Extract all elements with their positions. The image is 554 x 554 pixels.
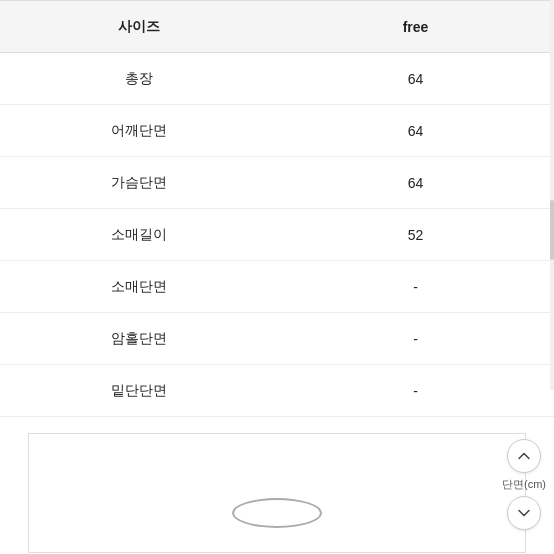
scroll-up-button[interactable] xyxy=(507,439,541,473)
row-value: 64 xyxy=(277,57,554,101)
bottom-right-controls: 단면(cm) xyxy=(494,433,554,536)
row-label: 소매길이 xyxy=(0,212,277,258)
table-header-row: 사이즈 free xyxy=(0,1,554,53)
row-label: 어깨단면 xyxy=(0,108,277,154)
row-value: 52 xyxy=(277,213,554,257)
table-row: 밑단단면 - xyxy=(0,365,554,417)
row-value: - xyxy=(277,265,554,309)
table-row: 가슴단면 64 xyxy=(0,157,554,209)
scrollbar-thumb[interactable] xyxy=(550,200,554,260)
ellipse-diagram xyxy=(232,498,322,528)
row-label: 가슴단면 xyxy=(0,160,277,206)
row-value: - xyxy=(277,317,554,361)
table-row: 소매길이 52 xyxy=(0,209,554,261)
unit-label: 단면(cm) xyxy=(502,477,546,492)
table-row: 소매단면 - xyxy=(0,261,554,313)
row-value: 64 xyxy=(277,161,554,205)
bottom-section: 단면(cm) xyxy=(0,433,554,553)
row-label: 소매단면 xyxy=(0,264,277,310)
scrollbar-track xyxy=(550,0,554,390)
table-container: 사이즈 free 총장 64 어깨단면 64 가슴단면 64 소매길이 52 소… xyxy=(0,0,554,417)
image-placeholder xyxy=(28,433,526,553)
header-size-label: 사이즈 xyxy=(0,4,277,50)
row-value: - xyxy=(277,369,554,413)
row-label: 총장 xyxy=(0,56,277,102)
header-free-label: free xyxy=(277,5,554,49)
row-value: 64 xyxy=(277,109,554,153)
table-row: 어깨단면 64 xyxy=(0,105,554,157)
table-row: 총장 64 xyxy=(0,53,554,105)
row-label: 암홀단면 xyxy=(0,316,277,362)
row-label: 밑단단면 xyxy=(0,368,277,414)
table-row: 암홀단면 - xyxy=(0,313,554,365)
scroll-down-button[interactable] xyxy=(507,496,541,530)
